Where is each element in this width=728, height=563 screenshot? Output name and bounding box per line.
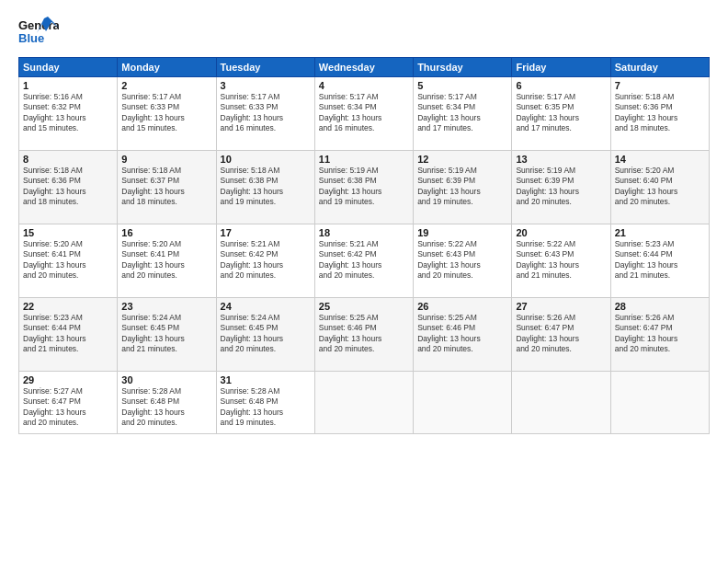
- calendar-cell: 22 Sunrise: 5:23 AM Sunset: 6:44 PM Dayl…: [19, 298, 118, 372]
- calendar-cell: 15 Sunrise: 5:20 AM Sunset: 6:41 PM Dayl…: [19, 224, 118, 298]
- calendar-cell: 16 Sunrise: 5:20 AM Sunset: 6:41 PM Dayl…: [118, 224, 216, 298]
- calendar-cell: 21 Sunrise: 5:23 AM Sunset: 6:44 PM Dayl…: [610, 224, 709, 298]
- day-number: 18: [319, 227, 409, 238]
- weekday-sunday: Sunday: [19, 58, 118, 77]
- calendar-cell: 14 Sunrise: 5:20 AM Sunset: 6:40 PM Dayl…: [610, 151, 709, 224]
- calendar-cell: 1 Sunrise: 5:16 AM Sunset: 6:32 PM Dayli…: [19, 77, 118, 151]
- day-info: Sunrise: 5:20 AM Sunset: 6:40 PM Dayligh…: [615, 166, 705, 208]
- calendar-week-2: 8 Sunrise: 5:18 AM Sunset: 6:36 PM Dayli…: [19, 151, 710, 224]
- header: General Blue: [18, 15, 710, 48]
- day-info: Sunrise: 5:26 AM Sunset: 6:47 PM Dayligh…: [615, 313, 705, 355]
- calendar-cell: 11 Sunrise: 5:19 AM Sunset: 6:38 PM Dayl…: [314, 151, 413, 224]
- day-number: 31: [221, 374, 311, 385]
- day-number: 16: [121, 227, 211, 238]
- calendar-cell: 30 Sunrise: 5:28 AM Sunset: 6:48 PM Dayl…: [118, 372, 216, 434]
- day-info: Sunrise: 5:20 AM Sunset: 6:41 PM Dayligh…: [121, 239, 211, 282]
- day-number: 13: [516, 154, 606, 165]
- weekday-header-row: SundayMondayTuesdayWednesdayThursdayFrid…: [19, 58, 710, 77]
- calendar-cell: [314, 372, 413, 434]
- day-info: Sunrise: 5:22 AM Sunset: 6:43 PM Dayligh…: [516, 239, 606, 282]
- day-number: 21: [615, 227, 705, 238]
- day-number: 7: [615, 80, 705, 91]
- weekday-friday: Friday: [512, 58, 610, 77]
- calendar-cell: 18 Sunrise: 5:21 AM Sunset: 6:42 PM Dayl…: [314, 224, 413, 298]
- day-number: 2: [121, 80, 211, 91]
- day-info: Sunrise: 5:26 AM Sunset: 6:47 PM Dayligh…: [516, 313, 606, 355]
- day-number: 8: [23, 154, 113, 165]
- weekday-tuesday: Tuesday: [216, 58, 314, 77]
- calendar-cell: 7 Sunrise: 5:18 AM Sunset: 6:36 PM Dayli…: [610, 77, 709, 151]
- calendar-cell: 2 Sunrise: 5:17 AM Sunset: 6:33 PM Dayli…: [118, 77, 216, 151]
- day-number: 15: [23, 227, 113, 238]
- day-info: Sunrise: 5:18 AM Sunset: 6:36 PM Dayligh…: [615, 92, 705, 134]
- day-info: Sunrise: 5:18 AM Sunset: 6:37 PM Dayligh…: [121, 166, 211, 208]
- day-number: 10: [221, 154, 311, 165]
- calendar-week-4: 22 Sunrise: 5:23 AM Sunset: 6:44 PM Dayl…: [19, 298, 710, 372]
- day-number: 14: [615, 154, 705, 165]
- day-info: Sunrise: 5:28 AM Sunset: 6:48 PM Dayligh…: [221, 386, 311, 429]
- svg-text:General: General: [18, 18, 59, 32]
- calendar-cell: 4 Sunrise: 5:17 AM Sunset: 6:34 PM Dayli…: [314, 77, 413, 151]
- day-info: Sunrise: 5:17 AM Sunset: 6:35 PM Dayligh…: [516, 92, 606, 134]
- day-info: Sunrise: 5:19 AM Sunset: 6:39 PM Dayligh…: [516, 166, 606, 208]
- day-number: 25: [319, 301, 409, 312]
- svg-text:Blue: Blue: [18, 31, 44, 45]
- day-info: Sunrise: 5:24 AM Sunset: 6:45 PM Dayligh…: [121, 313, 211, 355]
- weekday-monday: Monday: [118, 58, 216, 77]
- day-info: Sunrise: 5:23 AM Sunset: 6:44 PM Dayligh…: [23, 313, 113, 355]
- day-info: Sunrise: 5:28 AM Sunset: 6:48 PM Dayligh…: [121, 386, 211, 429]
- weekday-thursday: Thursday: [414, 58, 512, 77]
- weekday-wednesday: Wednesday: [314, 58, 413, 77]
- day-info: Sunrise: 5:17 AM Sunset: 6:34 PM Dayligh…: [417, 92, 507, 134]
- calendar-cell: 17 Sunrise: 5:21 AM Sunset: 6:42 PM Dayl…: [216, 224, 314, 298]
- calendar-week-5: 29 Sunrise: 5:27 AM Sunset: 6:47 PM Dayl…: [19, 372, 710, 434]
- calendar-week-3: 15 Sunrise: 5:20 AM Sunset: 6:41 PM Dayl…: [19, 224, 710, 298]
- calendar-cell: 27 Sunrise: 5:26 AM Sunset: 6:47 PM Dayl…: [512, 298, 610, 372]
- day-number: 30: [121, 374, 211, 385]
- calendar-cell: 9 Sunrise: 5:18 AM Sunset: 6:37 PM Dayli…: [118, 151, 216, 224]
- day-info: Sunrise: 5:23 AM Sunset: 6:44 PM Dayligh…: [615, 239, 705, 282]
- calendar-table: SundayMondayTuesdayWednesdayThursdayFrid…: [18, 57, 710, 434]
- calendar-cell: [610, 372, 709, 434]
- calendar-cell: 29 Sunrise: 5:27 AM Sunset: 6:47 PM Dayl…: [19, 372, 118, 434]
- day-number: 19: [417, 227, 507, 238]
- calendar-cell: 5 Sunrise: 5:17 AM Sunset: 6:34 PM Dayli…: [414, 77, 512, 151]
- day-info: Sunrise: 5:21 AM Sunset: 6:42 PM Dayligh…: [221, 239, 311, 282]
- day-info: Sunrise: 5:25 AM Sunset: 6:46 PM Dayligh…: [319, 313, 409, 355]
- logo-icon: General Blue: [18, 15, 59, 48]
- day-number: 4: [319, 80, 409, 91]
- day-info: Sunrise: 5:19 AM Sunset: 6:38 PM Dayligh…: [319, 166, 409, 208]
- calendar-week-1: 1 Sunrise: 5:16 AM Sunset: 6:32 PM Dayli…: [19, 77, 710, 151]
- calendar-cell: 6 Sunrise: 5:17 AM Sunset: 6:35 PM Dayli…: [512, 77, 610, 151]
- day-number: 17: [221, 227, 311, 238]
- day-info: Sunrise: 5:27 AM Sunset: 6:47 PM Dayligh…: [23, 386, 113, 429]
- day-number: 12: [417, 154, 507, 165]
- calendar-cell: 23 Sunrise: 5:24 AM Sunset: 6:45 PM Dayl…: [118, 298, 216, 372]
- day-info: Sunrise: 5:22 AM Sunset: 6:43 PM Dayligh…: [417, 239, 507, 282]
- calendar-cell: 8 Sunrise: 5:18 AM Sunset: 6:36 PM Dayli…: [19, 151, 118, 224]
- day-info: Sunrise: 5:17 AM Sunset: 6:33 PM Dayligh…: [221, 92, 311, 134]
- day-number: 1: [23, 80, 113, 91]
- weekday-saturday: Saturday: [610, 58, 709, 77]
- calendar-cell: 24 Sunrise: 5:24 AM Sunset: 6:45 PM Dayl…: [216, 298, 314, 372]
- calendar-cell: 28 Sunrise: 5:26 AM Sunset: 6:47 PM Dayl…: [610, 298, 709, 372]
- day-number: 6: [516, 80, 606, 91]
- day-info: Sunrise: 5:17 AM Sunset: 6:34 PM Dayligh…: [319, 92, 409, 134]
- day-info: Sunrise: 5:18 AM Sunset: 6:36 PM Dayligh…: [23, 166, 113, 208]
- calendar-cell: 3 Sunrise: 5:17 AM Sunset: 6:33 PM Dayli…: [216, 77, 314, 151]
- calendar-cell: 10 Sunrise: 5:18 AM Sunset: 6:38 PM Dayl…: [216, 151, 314, 224]
- day-number: 29: [23, 374, 113, 385]
- day-number: 24: [221, 301, 311, 312]
- calendar-cell: [414, 372, 512, 434]
- day-info: Sunrise: 5:17 AM Sunset: 6:33 PM Dayligh…: [121, 92, 211, 134]
- day-info: Sunrise: 5:18 AM Sunset: 6:38 PM Dayligh…: [221, 166, 311, 208]
- day-number: 20: [516, 227, 606, 238]
- page: General Blue SundayMondayTuesdayWednesda…: [0, 0, 728, 563]
- day-info: Sunrise: 5:20 AM Sunset: 6:41 PM Dayligh…: [23, 239, 113, 282]
- calendar-cell: [512, 372, 610, 434]
- calendar-cell: 19 Sunrise: 5:22 AM Sunset: 6:43 PM Dayl…: [414, 224, 512, 298]
- day-number: 22: [23, 301, 113, 312]
- day-number: 11: [319, 154, 409, 165]
- day-number: 26: [417, 301, 507, 312]
- calendar-cell: 13 Sunrise: 5:19 AM Sunset: 6:39 PM Dayl…: [512, 151, 610, 224]
